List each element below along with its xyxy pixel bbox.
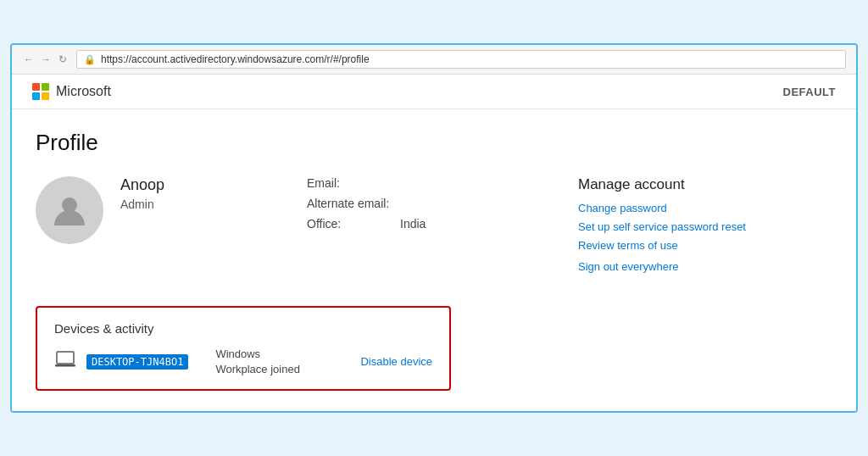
ms-logo-green [42, 83, 49, 91]
ms-logo-yellow [42, 92, 49, 100]
svg-rect-1 [57, 352, 74, 364]
device-name[interactable]: DESKTOP-TJN4BO1 [86, 354, 188, 370]
office-label: Office: [307, 217, 400, 231]
forward-icon[interactable]: → [39, 53, 53, 66]
laptop-icon [54, 350, 76, 373]
refresh-icon[interactable]: ↻ [56, 53, 70, 66]
device-joined: Workplace joined [215, 363, 299, 375]
browser-nav-icons: ← → ↻ [22, 53, 70, 66]
ms-logo-red [32, 83, 40, 91]
manage-section: Manage account Change password Set up se… [578, 176, 748, 279]
office-value: India [400, 217, 426, 231]
url-text: https://account.activedirectory.windowsa… [101, 53, 370, 65]
email-label: Email: [307, 176, 400, 190]
email-row: Email: [307, 176, 527, 190]
device-os: Windows [215, 348, 299, 360]
browser-bar: ← → ↻ 🔒 https://account.activedirectory.… [12, 45, 856, 75]
sign-out-everywhere-link[interactable]: Sign out everywhere [578, 260, 748, 273]
devices-title: Devices & activity [54, 321, 432, 336]
user-info: Anoop Admin [120, 176, 256, 211]
main-content: Profile Anoop Admin [12, 109, 856, 411]
contact-info: Email: Alternate email: Office: India [307, 176, 527, 237]
review-terms-link[interactable]: Review terms of use [578, 239, 748, 252]
device-row: DESKTOP-TJN4BO1 Windows Workplace joined… [54, 348, 432, 375]
top-nav: Microsoft DEFAULT [12, 75, 856, 109]
alt-email-label: Alternate email: [307, 197, 400, 210]
microsoft-logo: Microsoft [32, 83, 111, 100]
profile-section: Anoop Admin Email: Alternate email: Offi… [36, 176, 832, 279]
alt-email-row: Alternate email: [307, 197, 527, 210]
lock-icon: 🔒 [84, 54, 96, 65]
svg-rect-3 [62, 363, 69, 364]
page-title: Profile [36, 130, 832, 156]
device-details: Windows Workplace joined [215, 348, 299, 375]
back-icon[interactable]: ← [22, 53, 36, 66]
devices-section: Devices & activity DESKTOP-TJN4BO1 Windo… [36, 306, 451, 391]
avatar [36, 176, 103, 244]
change-password-link[interactable]: Change password [578, 202, 748, 214]
ms-logo-blue [32, 92, 40, 100]
default-label: DEFAULT [783, 86, 836, 98]
user-role: Admin [120, 197, 256, 211]
address-bar[interactable]: 🔒 https://account.activedirectory.window… [76, 50, 846, 69]
manage-title: Manage account [578, 176, 748, 193]
office-row: Office: India [307, 217, 527, 231]
setup-password-reset-link[interactable]: Set up self service password reset [578, 220, 748, 233]
brand-name: Microsoft [56, 84, 111, 99]
ms-logo-grid [32, 83, 49, 100]
disable-device-link[interactable]: Disable device [360, 355, 432, 368]
page-content: Microsoft DEFAULT Profile Anoop Admi [12, 75, 856, 411]
svg-rect-2 [55, 364, 75, 367]
user-avatar-icon [51, 192, 88, 229]
browser-window: ← → ↻ 🔒 https://account.activedirectory.… [10, 43, 858, 413]
user-name: Anoop [120, 176, 256, 194]
